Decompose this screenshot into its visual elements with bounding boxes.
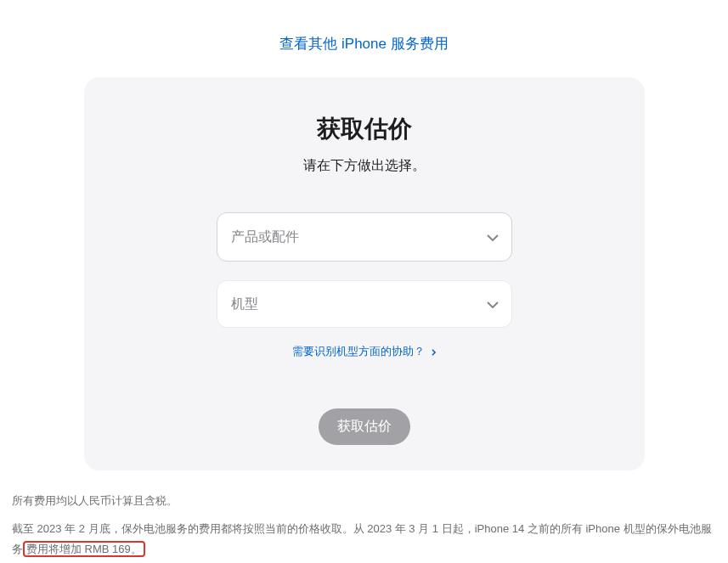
card-title: 获取估价 bbox=[118, 113, 611, 145]
identify-model-help-link[interactable]: 需要识别机型方面的协助？ bbox=[292, 345, 436, 358]
model-select[interactable]: 机型 bbox=[217, 280, 512, 328]
footer-notes: 所有费用均以人民币计算且含税。 截至 2023 年 2 月底，保外电池服务的费用… bbox=[0, 470, 728, 559]
estimate-card: 获取估价 请在下方做出选择。 产品或配件 机型 需要识别机型方面的协助？ 获取估… bbox=[84, 77, 645, 470]
help-link-text: 需要识别机型方面的协助？ bbox=[292, 345, 425, 358]
get-estimate-button[interactable]: 获取估价 bbox=[319, 408, 410, 445]
footer-note-price-change: 截至 2023 年 2 月底，保外电池服务的费用都将按照当前的价格收取。从 20… bbox=[12, 519, 716, 559]
price-increase-highlight: 费用将增加 RMB 169。 bbox=[23, 541, 145, 557]
product-select[interactable]: 产品或配件 bbox=[217, 212, 512, 262]
footer-note-tax: 所有费用均以人民币计算且含税。 bbox=[12, 491, 716, 510]
card-subtitle: 请在下方做出选择。 bbox=[118, 157, 611, 175]
other-services-link[interactable]: 查看其他 iPhone 服务费用 bbox=[279, 36, 448, 52]
chevron-right-icon bbox=[432, 346, 436, 358]
